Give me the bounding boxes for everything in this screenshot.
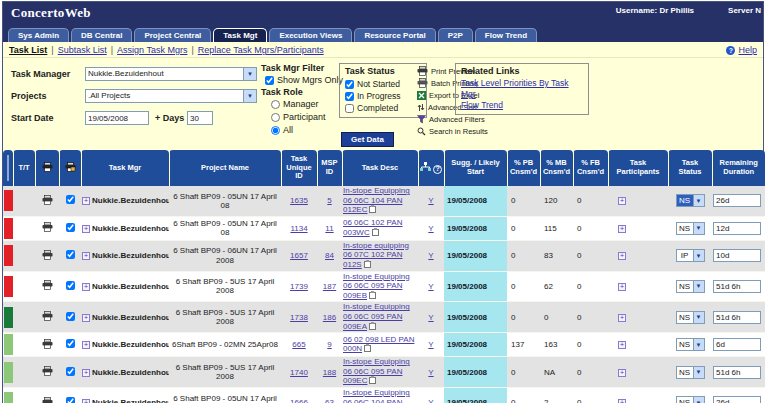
- notes-icon[interactable]: [372, 228, 379, 239]
- row-select-checkbox[interactable]: [66, 195, 75, 204]
- print-task-icon[interactable]: [42, 311, 53, 321]
- task-unique-id-column-header[interactable]: Task Unique ID: [281, 150, 317, 186]
- task-unique-id-link[interactable]: 665: [292, 340, 305, 349]
- fb-column-header[interactable]: % FB Cnsm'd: [573, 150, 608, 186]
- task-unique-id-link[interactable]: 1635: [290, 196, 308, 205]
- expand-icon[interactable]: [82, 341, 90, 349]
- msp-id-link[interactable]: 11: [325, 224, 333, 233]
- hierarchy-column-header[interactable]: [418, 150, 444, 186]
- dropdown-arrow-icon[interactable]: [693, 397, 704, 403]
- duration-column-header[interactable]: Remaining Duration: [712, 150, 765, 186]
- status-not-started-checkbox[interactable]: [345, 80, 354, 89]
- remaining-duration-input[interactable]: 10d: [713, 249, 761, 262]
- project-name-column-header[interactable]: Project Name: [169, 150, 281, 186]
- get-data-button[interactable]: Get Data: [341, 132, 394, 147]
- status-column-header[interactable]: Task Status: [668, 150, 712, 186]
- row-select-checkbox[interactable]: [66, 223, 75, 232]
- participants-expand-icon[interactable]: [618, 283, 626, 291]
- task-status-select[interactable]: NS: [676, 338, 705, 351]
- batch-print-column-header[interactable]: [59, 150, 81, 186]
- task-unique-id-link[interactable]: 1740: [290, 368, 308, 377]
- remaining-duration-input[interactable]: 51d 6h: [713, 280, 761, 293]
- main-tab[interactable]: Sys Admin: [8, 28, 69, 42]
- main-tab[interactable]: Project Central: [134, 28, 211, 42]
- y-link[interactable]: Y: [428, 313, 433, 322]
- y-link[interactable]: Y: [428, 398, 433, 403]
- print-task-icon[interactable]: [42, 280, 53, 290]
- row-select-checkbox[interactable]: [66, 397, 75, 403]
- msp-id-link[interactable]: 187: [323, 282, 336, 291]
- participants-column-header[interactable]: Task Participants: [608, 150, 668, 186]
- task-unique-id-link[interactable]: 1738: [290, 313, 308, 322]
- msp-id-link[interactable]: 5: [327, 196, 331, 205]
- notes-icon[interactable]: [364, 344, 371, 355]
- print-task-icon[interactable]: [42, 250, 53, 260]
- expand-icon[interactable]: [82, 283, 90, 291]
- print-task-icon[interactable]: [42, 397, 53, 403]
- notes-icon[interactable]: [369, 376, 376, 387]
- role-manager-radio[interactable]: [271, 100, 280, 109]
- remaining-duration-input[interactable]: 26d: [713, 396, 761, 403]
- remaining-duration-input[interactable]: 12d: [713, 222, 761, 235]
- msp-id-column-header[interactable]: MSP ID: [317, 150, 342, 186]
- mb-column-header[interactable]: % MB Cnsm'd: [540, 150, 573, 186]
- chevron-down-icon[interactable]: [243, 90, 256, 102]
- main-tab[interactable]: Resource Portal: [354, 28, 435, 42]
- tt-column-header[interactable]: T/T: [13, 150, 35, 186]
- print-task-icon[interactable]: [42, 366, 53, 376]
- row-select-checkbox[interactable]: [66, 250, 75, 259]
- show-mgrs-only-checkbox[interactable]: [265, 76, 274, 85]
- question-icon[interactable]: [433, 165, 442, 174]
- expand-icon[interactable]: [82, 252, 90, 260]
- task-desc-link[interactable]: In-stope equipping 06 07C 102 PAN 012S: [343, 241, 409, 269]
- msp-id-link[interactable]: 186: [323, 313, 336, 322]
- help-icon[interactable]: [726, 46, 735, 55]
- task-unique-id-link[interactable]: 1134: [290, 224, 307, 233]
- msp-id-link[interactable]: 9: [327, 340, 331, 349]
- task-status-select[interactable]: NS: [676, 366, 705, 379]
- subnav-replace-task-mgrs[interactable]: Replace Task Mgrs/Participants: [198, 45, 324, 55]
- print-task-icon[interactable]: [42, 195, 53, 205]
- task-mgr-link[interactable]: Nukkie.Bezuidenhout: [92, 313, 169, 322]
- y-link[interactable]: Y: [428, 224, 433, 233]
- main-tab[interactable]: Flow Trend: [475, 28, 537, 42]
- task-unique-id-link[interactable]: 1657: [290, 251, 308, 260]
- projects-select[interactable]: .All Projects: [85, 89, 257, 103]
- task-mgr-link[interactable]: Nukkie.Bezuidenhout: [92, 251, 169, 260]
- participants-expand-icon[interactable]: [618, 314, 626, 322]
- task-unique-id-link[interactable]: 1739: [290, 282, 308, 291]
- notes-icon[interactable]: [364, 260, 371, 271]
- task-unique-id-link[interactable]: 1666: [290, 398, 308, 403]
- help-link[interactable]: Help: [738, 45, 757, 55]
- notes-icon[interactable]: [369, 322, 376, 333]
- row-select-checkbox[interactable]: [66, 281, 75, 290]
- task-desc-link[interactable]: In-stope Equipping 06 06C 104 PAN 009EA: [343, 388, 410, 403]
- status-completed-checkbox[interactable]: [345, 104, 354, 113]
- row-select-checkbox[interactable]: [66, 312, 75, 321]
- notes-icon[interactable]: [369, 291, 376, 302]
- expand-icon[interactable]: [82, 314, 90, 322]
- dropdown-arrow-icon[interactable]: [693, 223, 704, 234]
- task-desc-link[interactable]: 06 02 098 LED PAN 000N: [343, 335, 414, 354]
- task-mgr-link[interactable]: Nukkie.Bezuidenhout: [92, 340, 169, 349]
- subnav-assign-task-mgrs[interactable]: Assign Task Mgrs: [117, 45, 187, 55]
- dropdown-arrow-icon[interactable]: [693, 281, 704, 292]
- y-link[interactable]: Y: [428, 196, 433, 205]
- y-link[interactable]: Y: [428, 282, 433, 291]
- task-mgr-column-header[interactable]: Task Mgr: [81, 150, 169, 186]
- dropdown-arrow-icon[interactable]: [693, 367, 704, 378]
- task-mgr-link[interactable]: Nukkie.Bezuidenhout: [92, 196, 169, 205]
- dropdown-arrow-icon[interactable]: [693, 250, 704, 261]
- participants-expand-icon[interactable]: [618, 341, 626, 349]
- y-link[interactable]: Y: [428, 251, 433, 260]
- search-in-results-action[interactable]: Search in Results: [417, 125, 488, 137]
- task-manager-select[interactable]: Nukkie.Bezuidenhout: [85, 67, 257, 81]
- remaining-duration-input[interactable]: 51d 6h: [713, 366, 761, 379]
- dropdown-arrow-icon[interactable]: [693, 312, 704, 323]
- role-all-radio[interactable]: [271, 126, 280, 135]
- msp-id-link[interactable]: 188: [323, 368, 336, 377]
- task-desc-column-header[interactable]: Task Desc: [342, 150, 418, 186]
- task-status-select[interactable]: NS: [676, 396, 705, 403]
- main-tab[interactable]: Task Mgt: [213, 28, 267, 42]
- related-link-task-level-priorities[interactable]: Task Level Priorities By Task Mgr: [461, 78, 583, 100]
